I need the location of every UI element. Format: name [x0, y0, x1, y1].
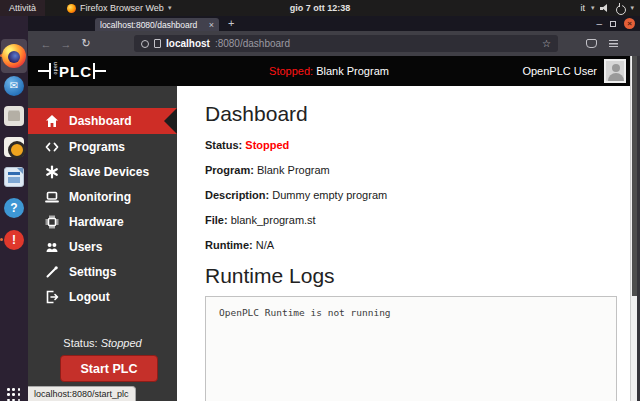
- openplc-header: open PLC Stopped: Blank Program OpenPLC …: [28, 56, 630, 86]
- show-applications-icon[interactable]: [7, 388, 21, 401]
- sidebar-item-label: Monitoring: [69, 190, 131, 204]
- sidebar-item-slave-devices[interactable]: Slave Devices: [28, 159, 177, 184]
- user-name: OpenPLC User: [522, 65, 597, 77]
- field-value: Blank Program: [257, 164, 330, 176]
- code-icon: [45, 140, 59, 154]
- field-runtime: Runtime: N/A: [205, 239, 630, 251]
- url-bar[interactable]: localhost:8080/dashboard ☆: [134, 35, 558, 52]
- dashboard-fields: Status: Stopped Program: Blank Program D…: [205, 139, 630, 251]
- asterisk-icon: [45, 165, 59, 179]
- chevron-down-icon: ▾: [630, 4, 634, 12]
- page-info-icon[interactable]: [154, 39, 161, 48]
- files-dock-icon[interactable]: [4, 106, 24, 126]
- help-dock-icon[interactable]: ?: [4, 198, 24, 218]
- browser-tab[interactable]: localhost:8080/dashboard ×: [95, 18, 219, 31]
- avatar[interactable]: [604, 59, 626, 83]
- plc-status-value: Stopped: [101, 337, 142, 349]
- top-panel: Attività Firefox Browser Web ▾ gio 7 ott…: [0, 0, 640, 16]
- toolbar-right: [586, 31, 618, 56]
- link-status-tooltip: localhost:8080/start_plc: [28, 386, 136, 401]
- notification-dot: [0, 238, 3, 241]
- sidebar-item-users[interactable]: Users: [28, 234, 177, 259]
- power-icon[interactable]: [615, 4, 624, 13]
- firefox-icon: [67, 4, 76, 13]
- wrench-icon: [45, 265, 59, 279]
- keyboard-layout[interactable]: it: [580, 3, 585, 13]
- shield-permissions-icon[interactable]: [141, 40, 149, 48]
- thunderbird-dock-icon[interactable]: ✉: [4, 76, 24, 96]
- field-value: Stopped: [245, 139, 289, 151]
- header-status-label: Stopped:: [269, 65, 313, 77]
- tab-close-icon[interactable]: ×: [209, 20, 214, 30]
- runtime-logs-title: Runtime Logs: [205, 264, 630, 288]
- field-value: blank_program.st: [231, 214, 316, 226]
- openplc-logo[interactable]: open PLC: [38, 63, 106, 80]
- url-path: :8080/dashboard: [215, 38, 290, 49]
- close-window-button[interactable]: ×: [624, 18, 635, 29]
- runtime-log-output[interactable]: OpenPLC Runtime is not running: [205, 296, 617, 401]
- sidebar-item-monitoring[interactable]: Monitoring: [28, 184, 177, 209]
- sidebar-item-settings[interactable]: Settings: [28, 259, 177, 284]
- logo-line: [38, 70, 49, 72]
- sidebar: Dashboard Programs Slave Devices Monitor…: [28, 86, 177, 401]
- page-scrollbar[interactable]: [630, 56, 637, 401]
- system-tray[interactable]: it ▾ ▾: [580, 3, 640, 13]
- window-controls: – ×: [596, 17, 635, 30]
- sidebar-item-label: Dashboard: [69, 114, 132, 128]
- restore-button[interactable]: [610, 21, 616, 27]
- app-menu-label: Firefox Browser Web: [80, 3, 164, 13]
- back-button[interactable]: ←: [36, 38, 56, 50]
- plc-status-label: Status:: [63, 337, 97, 349]
- tab-bar: localhost:8080/dashboard × + – ×: [28, 16, 640, 31]
- field-label: File:: [205, 214, 228, 226]
- field-program: Program: Blank Program: [205, 164, 630, 176]
- rhythmbox-dock-icon[interactable]: [4, 137, 24, 157]
- header-status: Stopped: Blank Program: [269, 65, 389, 77]
- sidebar-item-programs[interactable]: Programs: [28, 134, 177, 159]
- chip-icon: [45, 215, 59, 229]
- field-label: Runtime:: [205, 239, 253, 251]
- clock[interactable]: gio 7 ott 12:38: [290, 0, 351, 16]
- header-user-area[interactable]: OpenPLC User: [522, 59, 626, 83]
- sidebar-item-label: Slave Devices: [69, 165, 149, 179]
- sidebar-item-logout[interactable]: Logout: [28, 284, 177, 309]
- sidebar-menu: Dashboard Programs Slave Devices Monitor…: [28, 86, 177, 309]
- plc-status-text: Status: Stopped: [28, 337, 177, 349]
- field-value: N/A: [256, 239, 274, 251]
- home-icon: [45, 114, 59, 128]
- volume-icon[interactable]: [600, 4, 609, 12]
- sidebar-item-label: Logout: [69, 290, 110, 304]
- url-host: localhost: [166, 38, 210, 49]
- logo-open-text: open: [52, 68, 58, 75]
- sidebar-item-label: Programs: [69, 140, 125, 154]
- new-tab-button[interactable]: +: [228, 17, 234, 29]
- field-description: Description: Dummy empty program: [205, 189, 630, 201]
- field-label: Program:: [205, 164, 254, 176]
- sidebar-item-dashboard[interactable]: Dashboard: [28, 108, 177, 134]
- field-status: Status: Stopped: [205, 139, 630, 151]
- firefox-dock-icon[interactable]: [2, 44, 26, 68]
- start-plc-button[interactable]: Start PLC: [60, 355, 158, 382]
- monitor-icon: [45, 190, 59, 204]
- navigation-toolbar: ← → ↻ localhost:8080/dashboard ☆: [28, 31, 640, 56]
- sidebar-item-hardware[interactable]: Hardware: [28, 209, 177, 234]
- field-value: Dummy empty program: [272, 189, 387, 201]
- chevron-down-icon: ▾: [168, 4, 172, 12]
- field-file: File: blank_program.st: [205, 214, 630, 226]
- app-menu[interactable]: Firefox Browser Web ▾: [67, 3, 171, 13]
- menu-hamburger-icon[interactable]: [609, 40, 618, 47]
- minimize-button[interactable]: –: [596, 19, 602, 29]
- bookmark-star-icon[interactable]: ☆: [542, 38, 551, 49]
- forward-button[interactable]: →: [56, 38, 76, 50]
- logout-icon: [45, 290, 59, 304]
- activities-button[interactable]: Attività: [0, 0, 45, 16]
- field-label: Status:: [205, 139, 242, 151]
- sidebar-item-label: Settings: [69, 265, 116, 279]
- reload-button[interactable]: ↻: [76, 37, 96, 50]
- error-report-dock-icon[interactable]: !: [4, 230, 24, 250]
- page-title: Dashboard: [205, 102, 630, 126]
- libreoffice-writer-dock-icon[interactable]: [4, 167, 24, 187]
- chevron-down-icon: ▾: [591, 4, 595, 12]
- field-label: Description:: [205, 189, 269, 201]
- firefox-view-icon[interactable]: [586, 39, 597, 48]
